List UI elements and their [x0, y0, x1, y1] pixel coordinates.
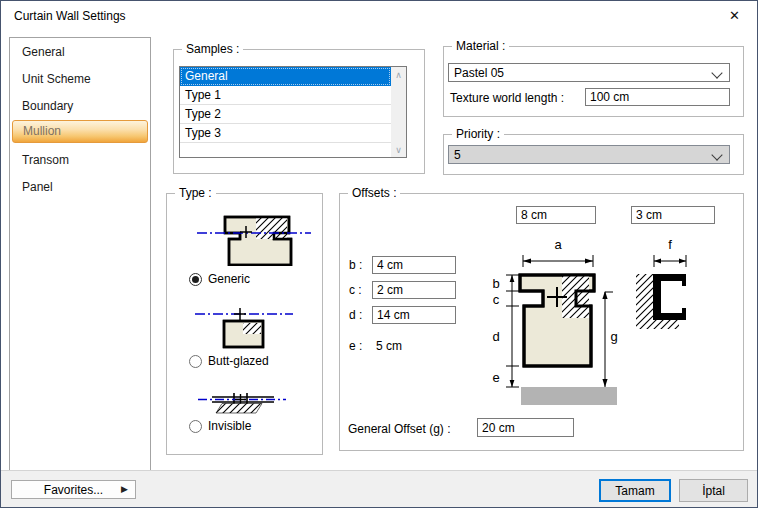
radio-unselected-icon[interactable]	[189, 420, 202, 433]
invisible-diagram	[197, 390, 287, 416]
radio-selected-icon[interactable]	[189, 273, 202, 286]
material-dropdown[interactable]: Pastel 05	[448, 63, 730, 82]
ok-button[interactable]: Tamam	[599, 479, 671, 502]
general-offset-input[interactable]	[477, 418, 574, 437]
settings-nav-sidebar: General Unit Scheme Boundary Mullion Tra…	[9, 37, 151, 471]
priority-group-label: Priority :	[452, 127, 504, 142]
frame-profile-diagram: f	[630, 234, 700, 334]
sidebar-item-general[interactable]: General	[12, 40, 148, 64]
type-group: Type : Generic Butt-glazed	[166, 193, 323, 455]
close-icon: ✕	[729, 8, 740, 23]
type-option-label: Butt-glazed	[208, 354, 269, 368]
type-option-label: Generic	[208, 272, 250, 286]
sidebar-item-transom[interactable]: Transom	[12, 148, 148, 172]
type-group-label: Type :	[175, 186, 216, 201]
favorites-button-label: Favorites...	[44, 483, 103, 497]
dim-a-label: a	[554, 237, 562, 252]
samples-list: General Type 1 Type 2 Type 3 ∧ ∨	[179, 66, 407, 158]
sidebar-item-boundary[interactable]: Boundary	[12, 94, 148, 118]
offset-f-input[interactable]	[631, 206, 715, 224]
samples-group: Samples : General Type 1 Type 2 Type 3 ∧…	[173, 49, 425, 174]
dialog-title: Curtain Wall Settings	[14, 9, 126, 23]
sidebar-item-mullion[interactable]: Mullion	[12, 120, 148, 143]
samples-group-label: Samples :	[182, 42, 243, 57]
offset-b-label: b :	[349, 258, 362, 272]
chevron-down-icon	[711, 149, 722, 160]
offset-a-input[interactable]	[516, 206, 596, 224]
general-offset-label: General Offset (g) :	[348, 422, 451, 436]
generic-mullion-diagram	[194, 208, 314, 266]
title-bar: Curtain Wall Settings ✕	[1, 1, 757, 31]
priority-selected-value: 5	[454, 148, 461, 162]
texture-world-length-label: Texture world length :	[450, 91, 564, 105]
offset-e-label: e :	[349, 339, 362, 353]
material-selected-value: Pastel 05	[454, 66, 504, 80]
sidebar-item-unit-scheme[interactable]: Unit Scheme	[12, 67, 148, 91]
butt-glazed-diagram	[187, 302, 307, 350]
dim-c-label: c	[493, 292, 500, 307]
samples-list-item[interactable]: Type 1	[180, 86, 391, 105]
type-option-invisible[interactable]: Invisible	[189, 418, 251, 434]
dim-g-label: g	[610, 329, 617, 344]
type-option-label: Invisible	[208, 419, 251, 433]
offsets-group-label: Offsets :	[348, 186, 400, 201]
type-option-butt-glazed[interactable]: Butt-glazed	[189, 353, 269, 369]
offset-e-value: 5 cm	[376, 339, 402, 353]
radio-unselected-icon[interactable]	[189, 355, 202, 368]
ok-button-label: Tamam	[615, 484, 654, 498]
mullion-profile-diagram: a b c d e g	[486, 234, 626, 409]
samples-scrollbar[interactable]: ∧ ∨	[391, 67, 406, 157]
type-option-generic[interactable]: Generic	[189, 271, 250, 287]
chevron-down-icon	[711, 67, 722, 78]
cancel-button[interactable]: İptal	[679, 479, 748, 502]
material-group-label: Material :	[452, 39, 509, 54]
dim-e-label: e	[492, 370, 499, 385]
cancel-button-label: İptal	[702, 484, 725, 498]
offset-d-label: d :	[349, 308, 362, 322]
offset-d-input[interactable]	[372, 306, 456, 324]
sidebar-item-panel[interactable]: Panel	[12, 175, 148, 199]
offsets-group: Offsets : b : c : d : e : 5 cm a b c d e	[339, 193, 744, 451]
scroll-down-icon[interactable]: ∨	[391, 142, 406, 157]
samples-list-item[interactable]: Type 3	[180, 124, 391, 143]
curtain-wall-settings-dialog: Curtain Wall Settings ✕ General Unit Sch…	[0, 0, 758, 508]
submenu-arrow-icon: ▶	[121, 484, 128, 494]
priority-dropdown[interactable]: 5	[448, 145, 730, 164]
samples-list-item[interactable]: General	[180, 67, 391, 86]
dim-f-label: f	[668, 237, 672, 252]
dialog-footer: Favorites... ▶ Tamam İptal	[1, 470, 757, 507]
scroll-up-icon[interactable]: ∧	[391, 67, 406, 82]
dim-b-label: b	[492, 276, 499, 291]
priority-group: Priority : 5	[443, 134, 744, 175]
texture-world-length-input[interactable]	[585, 88, 730, 106]
dim-d-label: d	[492, 329, 499, 344]
offset-c-label: c :	[349, 283, 362, 297]
favorites-button[interactable]: Favorites... ▶	[11, 480, 136, 499]
samples-list-item[interactable]: Type 2	[180, 105, 391, 124]
offset-b-input[interactable]	[372, 256, 456, 274]
material-group: Material : Pastel 05 Texture world lengt…	[443, 46, 744, 117]
offset-c-input[interactable]	[372, 281, 456, 299]
close-button[interactable]: ✕	[712, 1, 757, 30]
